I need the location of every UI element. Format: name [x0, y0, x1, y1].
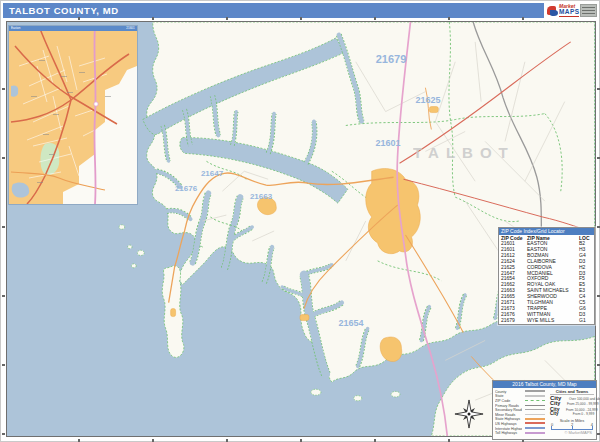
inset-canvas: [9, 26, 137, 204]
city-size-row: CityFrom 0 - 9,999: [550, 411, 594, 416]
inset-map-easton: Easton 21601: [8, 25, 138, 205]
logo-address-box: [580, 4, 597, 17]
legend-title: 2016 Talbot County, MD Map: [493, 381, 596, 388]
page-title: TALBOT COUNTY, MD: [3, 3, 544, 18]
zip-table-row: 21679WYE MILLSG1: [499, 318, 594, 324]
legend-line-sample: [525, 405, 545, 406]
legend-line-sample: [525, 418, 545, 420]
zip-table-title: ZIP Code Index/Grid Locator: [499, 228, 594, 235]
inset-zip: 21601: [127, 27, 135, 30]
legend-line-sample: [525, 409, 545, 410]
legend-line-sample: [525, 390, 545, 392]
legend-item: Toll Highways: [495, 430, 550, 435]
map-page: TALBOT COUNTY, MD Market MAPS: [0, 0, 600, 442]
legend-line-sample: [525, 432, 545, 434]
grid-ticks-top: [6, 17, 596, 20]
grid-ticks-left: [2, 21, 5, 437]
map-legend: 2016 Talbot County, MD Map CountyStateZI…: [492, 380, 597, 440]
logo-icon: [546, 5, 558, 17]
zip-index-table: ZIP Code Index/Grid Locator ZIP Code ZIP…: [498, 227, 595, 325]
city-rows: CityOver 100,000 and aboveCityFrom 25,00…: [550, 395, 594, 417]
copyright-text: © MarketMAPS: [550, 430, 594, 435]
legend-line-list: CountyStateZIP CodePrimary RoadsSecondar…: [495, 389, 550, 435]
county-name-label: TALBOT: [413, 144, 515, 161]
legend-line-sample: [525, 400, 545, 401]
legend-line-sample: [525, 422, 545, 424]
legend-line-sample: [525, 414, 545, 415]
compass-rose-icon: [454, 399, 484, 429]
legend-line-sample: [525, 395, 545, 397]
inset-title: Easton: [11, 27, 20, 30]
legend-line-sample: [525, 427, 545, 429]
inset-title-bar: Easton 21601: [9, 26, 137, 31]
scale-bar: Scale in Miles 024: [550, 419, 594, 430]
zip-table-body: 21601EASTONB221601EASTONH321612BOZMANG42…: [499, 241, 594, 324]
